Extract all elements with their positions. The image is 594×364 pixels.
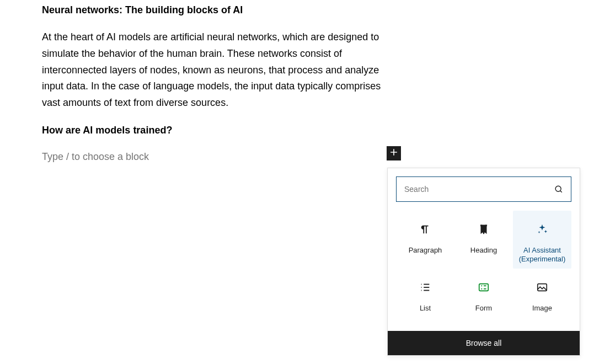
block-inserter-popover: Paragraph Heading AI Assistant (Experime… bbox=[387, 168, 580, 356]
heading-how-trained: How are AI models trained? bbox=[42, 124, 397, 137]
search-field[interactable] bbox=[396, 176, 571, 202]
svg-rect-8 bbox=[479, 284, 489, 291]
block-label: AI Assistant (Experimental) bbox=[519, 246, 566, 264]
block-item-ai-assistant[interactable]: AI Assistant (Experimental) bbox=[513, 211, 571, 269]
block-label: Form bbox=[475, 304, 492, 313]
block-item-list[interactable]: List bbox=[396, 269, 454, 326]
search-icon bbox=[553, 184, 564, 195]
block-label: Paragraph bbox=[409, 246, 442, 255]
block-item-paragraph[interactable]: Paragraph bbox=[396, 211, 454, 269]
block-label: List bbox=[420, 304, 431, 313]
block-item-image[interactable]: Image bbox=[513, 269, 571, 326]
sparkle-icon bbox=[536, 223, 549, 236]
block-item-form[interactable]: Form bbox=[454, 269, 513, 326]
list-icon bbox=[419, 281, 432, 294]
browse-all-button[interactable]: Browse all bbox=[388, 331, 580, 355]
paragraph-icon bbox=[419, 223, 432, 236]
form-icon bbox=[477, 281, 490, 294]
block-label: Heading bbox=[470, 246, 497, 255]
paragraph-body: At the heart of AI models are artificial… bbox=[42, 29, 384, 111]
svg-point-0 bbox=[555, 186, 561, 191]
svg-line-1 bbox=[560, 191, 562, 192]
block-item-heading[interactable]: Heading bbox=[454, 211, 513, 269]
heading-icon bbox=[477, 223, 490, 236]
plus-icon bbox=[388, 147, 399, 160]
block-label: Image bbox=[532, 304, 552, 313]
svg-rect-13 bbox=[538, 284, 547, 291]
search-input[interactable] bbox=[397, 177, 571, 201]
heading-neural-networks: Neural networks: The building blocks of … bbox=[42, 3, 397, 17]
block-placeholder[interactable]: Type / to choose a block bbox=[42, 149, 397, 164]
image-icon bbox=[536, 281, 549, 294]
add-block-button[interactable] bbox=[387, 146, 401, 160]
